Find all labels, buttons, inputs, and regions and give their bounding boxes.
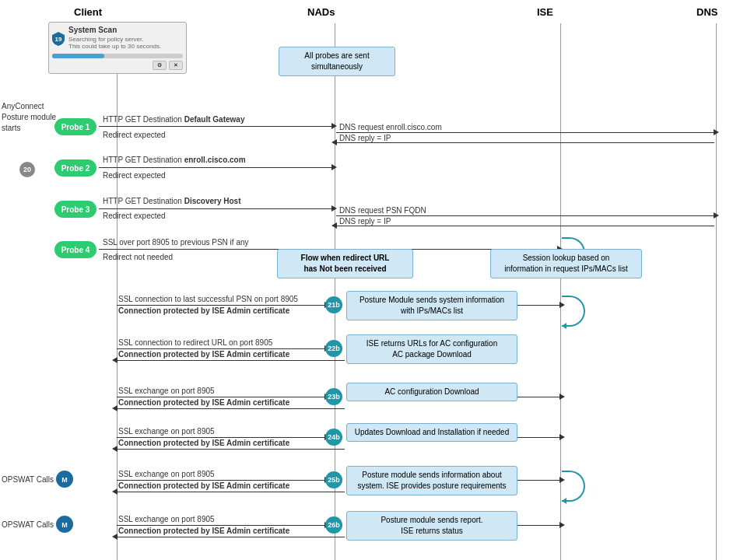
probe1-arrow	[99, 126, 332, 127]
step25b-sub: Connection protected by ISE Admin certif…	[118, 481, 289, 490]
step21b-sub: Connection protected by ISE Admin certif…	[118, 306, 289, 315]
step21b-arrow	[117, 305, 325, 306]
step26b-sub: Connection protected by ISE Admin certif…	[118, 527, 289, 535]
step24b-return	[117, 449, 345, 450]
probe4-sub: Redirect not needed	[103, 253, 173, 261]
all-probes-box: All probes are sentsimultaneously	[279, 47, 395, 76]
dns2-req-arrow	[336, 215, 714, 216]
step23b-ise-arrow	[517, 397, 560, 397]
step24b-arrow	[117, 437, 325, 438]
step26b-ise-arrow	[517, 525, 560, 526]
step25b-label: SSL exchange on port 8905	[118, 470, 215, 478]
step25b-return	[117, 492, 345, 492]
probe3-label: HTTP GET Destination Discovery Host	[103, 197, 240, 205]
step23b-box: AC configuration Download	[346, 383, 517, 401]
flow-box: Flow when redirect URLhas Not been recei…	[277, 249, 413, 278]
scan-btn-close[interactable]: ✕	[169, 61, 183, 70]
anyconnect-label: AnyConnectPosture modulestarts	[2, 101, 56, 134]
badge-26b: 26b	[325, 516, 342, 534]
step25b-ise-arrow	[517, 480, 560, 481]
probe1-sub: Redirect expected	[103, 131, 166, 139]
step24b-ise-arrow	[517, 437, 560, 438]
probe-2: Probe 2	[54, 159, 96, 177]
scan-bar	[52, 54, 183, 58]
step26b-box: Posture module sends report.ISE returns …	[346, 511, 517, 541]
diagram: Client NADs ISE DNS 19 System Scan Searc…	[0, 0, 747, 560]
step22b-label: SSL connection to redirect URL on port 8…	[118, 338, 272, 347]
probe2-arrow	[99, 167, 332, 168]
step23b-arrow	[117, 397, 325, 397]
scan-subtitle: Searching for policy server.This could t…	[68, 36, 161, 50]
step26b-arrow	[117, 525, 325, 526]
dns1-rep-arrow	[336, 142, 714, 143]
session-lookup-box: Session lookup based oninformation in re…	[490, 249, 642, 278]
step22b-return	[117, 360, 345, 361]
vline-dns	[716, 23, 717, 560]
step24b-sub: Connection protected by ISE Admin certif…	[118, 439, 289, 447]
probe2-label: HTTP GET Destination enroll.cisco.com	[103, 156, 246, 164]
step22b-arrow	[117, 348, 325, 349]
scan-buttons: ⚙ ✕	[52, 61, 183, 70]
scan-title: System Scan	[68, 26, 161, 34]
step26b-return	[117, 537, 345, 537]
badge-22b: 22b	[325, 340, 342, 357]
opswat-icon-25b: M	[56, 471, 73, 488]
step23b-label: SSL exchange on port 8905	[118, 387, 215, 395]
dns2-req-label: DNS request PSN FQDN	[339, 206, 426, 215]
probe4-label: SSL over port 8905 to previous PSN if an…	[103, 238, 249, 247]
col-header-nads: NADs	[307, 6, 335, 18]
step23b-return	[117, 408, 345, 409]
badge-23b: 23b	[325, 388, 342, 405]
col-header-dns: DNS	[696, 6, 717, 18]
badge-25b: 25b	[325, 471, 342, 488]
badge-24b: 24b	[325, 429, 342, 446]
svg-text:M: M	[61, 521, 68, 529]
step23b-sub: Connection protected by ISE Admin certif…	[118, 398, 289, 407]
step22b-sub: Connection protected by ISE Admin certif…	[118, 350, 289, 359]
dns1-req-arrow	[336, 132, 714, 133]
shield-icon: 19	[52, 32, 65, 46]
step21b-ise-arrow	[517, 305, 560, 306]
col-header-ise: ISE	[537, 6, 553, 18]
step22b-box: ISE returns URLs for AC configurationAC …	[346, 334, 517, 364]
step25b-arrow	[117, 480, 325, 481]
col-header-client: Client	[74, 6, 102, 18]
step21b-label: SSL connection to last successful PSN on…	[118, 295, 298, 303]
opswat-icon-26b: M	[56, 516, 73, 533]
badge-21b: 21b	[325, 296, 342, 313]
dns2-rep-arrow	[336, 226, 714, 226]
svg-text:M: M	[61, 476, 68, 484]
dns1-req-label: DNS request enroll.cisco.com	[339, 123, 442, 131]
scan-btn-settings[interactable]: ⚙	[153, 61, 167, 70]
opswat-label-25b: OPSWAT Calls M	[2, 471, 73, 488]
step24b-label: SSL exchange on port 8905	[118, 427, 215, 436]
probe1-label: HTTP GET Destination Default Gateway	[103, 115, 244, 124]
step26b-label: SSL exchange on port 8905	[118, 515, 215, 523]
probe-1: Probe 1	[54, 118, 96, 135]
badge-20: 20	[19, 162, 35, 177]
opswat-label-26b: OPSWAT Calls M	[2, 516, 73, 533]
svg-text:19: 19	[55, 36, 62, 43]
step25b-box: Posture module sends information aboutsy…	[346, 466, 517, 495]
probe2-sub: Redirect expected	[103, 171, 166, 180]
probe-3: Probe 3	[54, 201, 96, 218]
loop-21b	[562, 296, 585, 327]
scan-dialog: 19 System Scan Searching for policy serv…	[48, 22, 187, 74]
loop-25b	[562, 471, 585, 502]
step24b-box: Updates Download and Installation if nee…	[346, 423, 517, 442]
probe3-arrow	[99, 208, 332, 209]
probe-4: Probe 4	[54, 241, 96, 258]
dns1-rep-label: DNS reply = IP	[339, 134, 391, 142]
probe3-sub: Redirect expected	[103, 212, 166, 220]
step21b-box: Posture Module sends system informationw…	[346, 291, 517, 320]
dns2-rep-label: DNS reply = IP	[339, 217, 391, 226]
